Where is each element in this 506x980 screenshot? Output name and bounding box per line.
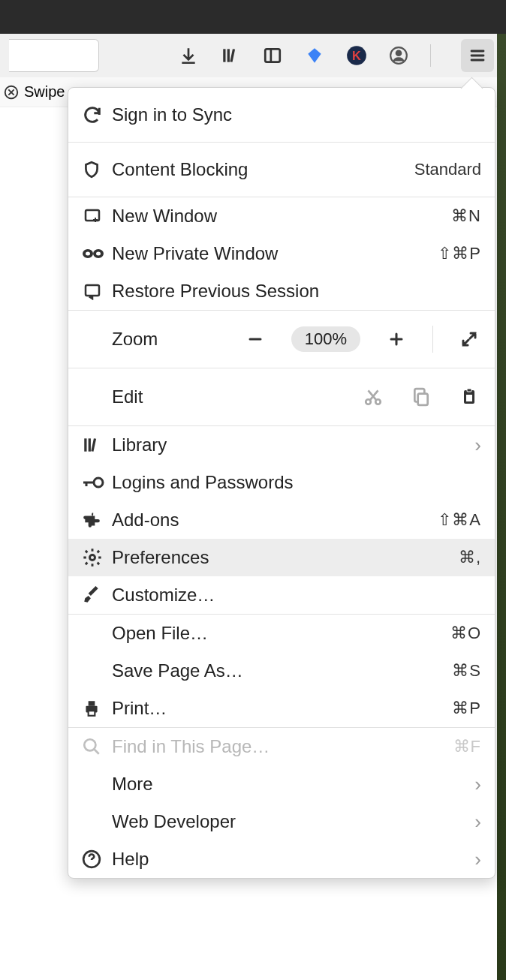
fullscreen-button[interactable]	[457, 327, 481, 351]
zoom-out-button[interactable]	[243, 327, 267, 351]
hamburger-menu-button[interactable]	[461, 39, 494, 72]
svg-rect-22	[89, 438, 91, 451]
svg-rect-14	[86, 285, 99, 296]
menu-label: Sign in to Sync	[112, 104, 481, 125]
menu-more[interactable]: More ›	[68, 765, 495, 803]
menu-label: Restore Previous Session	[112, 281, 481, 302]
separator	[432, 326, 433, 353]
svg-rect-2	[230, 49, 235, 62]
menu-open-file[interactable]: Open File… ⌘O	[68, 615, 495, 652]
zoom-label: Zoom	[82, 329, 194, 350]
menu-restore-session[interactable]: Restore Previous Session	[68, 272, 495, 310]
menu-logins[interactable]: Logins and Passwords	[68, 464, 495, 501]
print-icon	[82, 699, 112, 718]
shortcut: ⇧⌘A	[438, 510, 481, 530]
menu-label: More	[112, 774, 474, 795]
shield-icon	[82, 159, 112, 180]
menu-sign-in[interactable]: Sign in to Sync	[68, 88, 495, 142]
menu-web-developer[interactable]: Web Developer ›	[68, 803, 495, 840]
svg-rect-1	[227, 49, 230, 62]
zoom-level[interactable]: 100%	[291, 326, 360, 352]
toolbar-icons: K	[178, 39, 497, 72]
sidebar-icon[interactable]	[262, 45, 283, 66]
svg-rect-3	[265, 49, 280, 62]
menu-label: Logins and Passwords	[112, 472, 481, 493]
menu-preferences[interactable]: Preferences ⌘,	[68, 539, 495, 576]
brush-icon	[82, 585, 112, 605]
svg-rect-23	[91, 438, 96, 452]
gear-icon	[82, 547, 112, 568]
svg-rect-0	[223, 49, 225, 62]
puzzle-icon	[82, 510, 112, 530]
extension-diamond-icon[interactable]	[304, 45, 325, 66]
search-icon	[82, 737, 112, 756]
shortcut: ⌘N	[451, 206, 481, 226]
browser-toolbar: K	[0, 34, 506, 77]
url-bar[interactable]	[9, 39, 99, 72]
menu-find: Find in This Page… ⌘F	[68, 728, 495, 765]
menu-save-as[interactable]: Save Page As… ⌘S	[68, 652, 495, 690]
menu-zoom-row: Zoom 100%	[68, 311, 495, 368]
shortcut: ⌘O	[450, 624, 481, 643]
zoom-in-button[interactable]	[384, 327, 408, 351]
svg-rect-21	[84, 438, 86, 451]
menu-new-private[interactable]: New Private Window ⇧⌘P	[68, 235, 495, 272]
bookmark-label[interactable]: Swipe	[24, 83, 65, 101]
downloads-icon[interactable]	[178, 45, 199, 66]
menu-label: New Window	[112, 206, 451, 227]
menu-print[interactable]: Print… ⌘P	[68, 690, 495, 727]
account-icon[interactable]	[388, 45, 409, 66]
svg-rect-19	[467, 389, 471, 392]
svg-point-13	[96, 252, 101, 256]
menu-label: Help	[112, 849, 474, 870]
window-icon	[82, 207, 112, 225]
mask-icon	[82, 247, 112, 260]
swipe-icon[interactable]	[3, 84, 20, 101]
menu-label: Preferences	[112, 547, 459, 568]
menu-label: Add-ons	[112, 510, 438, 531]
svg-rect-9	[86, 210, 99, 221]
svg-rect-17	[418, 394, 428, 405]
svg-point-7	[396, 51, 402, 56]
menu-label: Customize…	[112, 585, 481, 606]
svg-rect-27	[89, 701, 95, 706]
svg-rect-28	[89, 711, 95, 716]
menu-library[interactable]: Library ›	[68, 426, 495, 464]
menu-addons[interactable]: Add-ons ⇧⌘A	[68, 501, 495, 539]
key-icon	[82, 475, 112, 490]
chevron-right-icon: ›	[474, 773, 481, 796]
chevron-right-icon: ›	[474, 810, 481, 834]
restore-icon	[82, 282, 112, 300]
window-titlebar	[0, 0, 506, 34]
cut-button[interactable]	[361, 385, 385, 409]
shortcut: ⇧⌘P	[438, 244, 481, 263]
svg-text:K: K	[352, 49, 361, 62]
menu-help[interactable]: Help ›	[68, 840, 495, 878]
shortcut: ⌘,	[459, 548, 481, 567]
chevron-right-icon: ›	[474, 434, 481, 457]
menu-label: Save Page As…	[112, 660, 452, 681]
svg-point-29	[84, 739, 95, 750]
menu-label: Web Developer	[112, 811, 474, 832]
svg-point-24	[94, 478, 103, 487]
menu-label: Open File…	[112, 623, 450, 644]
menu-label: Find in This Page…	[112, 736, 453, 757]
menu-label: Print…	[112, 698, 452, 719]
background-edge	[497, 34, 506, 980]
help-icon	[82, 849, 112, 869]
menu-label: New Private Window	[112, 243, 438, 264]
menu-new-window[interactable]: New Window ⌘N	[68, 197, 495, 235]
copy-button[interactable]	[409, 385, 433, 409]
edit-label: Edit	[82, 386, 194, 407]
paste-button[interactable]	[457, 385, 481, 409]
shortcut: ⌘S	[452, 661, 481, 681]
toolbar-separator	[430, 44, 431, 67]
extension-k-icon[interactable]: K	[346, 45, 367, 66]
menu-customize[interactable]: Customize…	[68, 576, 495, 614]
library-icon[interactable]	[220, 45, 241, 66]
menu-label: Library	[112, 434, 474, 455]
shortcut: ⌘P	[452, 699, 481, 718]
svg-point-25	[90, 555, 95, 561]
menu-content-blocking[interactable]: Content Blocking Standard	[68, 143, 495, 197]
application-menu: Sign in to Sync Content Blocking Standar…	[68, 87, 495, 879]
